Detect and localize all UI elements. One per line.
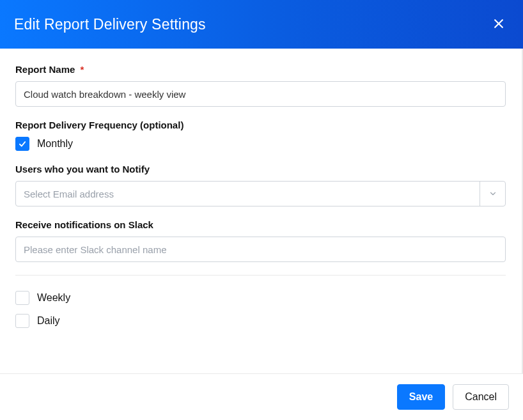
required-marker: * — [81, 64, 84, 75]
daily-checkbox-label: Daily — [37, 315, 60, 327]
monthly-option: Monthly — [15, 137, 506, 151]
dialog-body: Report Name * Report Delivery Frequency … — [0, 49, 523, 373]
frequency-label: Report Delivery Frequency (optional) — [15, 120, 506, 130]
dialog-header: Edit Report Delivery Settings — [0, 0, 523, 49]
monthly-checkbox-label: Monthly — [37, 138, 73, 150]
monthly-checkbox[interactable] — [15, 137, 29, 151]
notify-users-group: Users who you want to Notify Select Emai… — [15, 164, 506, 206]
daily-option: Daily — [15, 314, 506, 328]
notify-users-placeholder: Select Email address — [24, 189, 114, 199]
close-button[interactable] — [488, 14, 509, 35]
dialog-title: Edit Report Delivery Settings — [14, 16, 206, 33]
report-name-label-text: Report Name — [15, 64, 75, 75]
close-icon — [492, 17, 505, 32]
report-name-label: Report Name * — [15, 64, 506, 75]
save-button[interactable]: Save — [397, 384, 445, 410]
weekly-checkbox[interactable] — [15, 291, 29, 305]
divider — [15, 275, 506, 276]
slack-channel-input[interactable] — [15, 237, 506, 262]
cancel-button[interactable]: Cancel — [453, 384, 509, 410]
notify-users-select[interactable]: Select Email address — [15, 181, 506, 206]
report-name-input[interactable] — [15, 81, 506, 107]
slack-group: Receive notifications on Slack — [15, 219, 506, 262]
edit-report-delivery-dialog: Edit Report Delivery Settings Report Nam… — [0, 0, 523, 420]
daily-checkbox[interactable] — [15, 314, 29, 328]
frequency-group: Report Delivery Frequency (optional) Mon… — [15, 120, 506, 151]
weekly-checkbox-label: Weekly — [37, 292, 70, 304]
weekly-option: Weekly — [15, 291, 506, 305]
slack-label: Receive notifications on Slack — [15, 219, 506, 230]
report-name-group: Report Name * — [15, 64, 506, 107]
dialog-footer: Save Cancel — [0, 373, 523, 420]
notify-users-label: Users who you want to Notify — [15, 164, 506, 175]
chevron-down-icon — [480, 182, 505, 206]
